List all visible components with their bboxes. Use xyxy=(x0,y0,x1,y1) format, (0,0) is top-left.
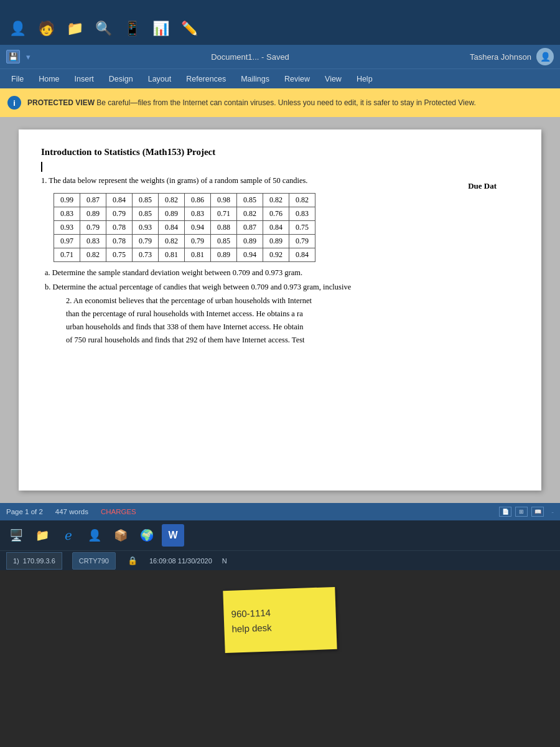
q2-line4: of 750 rural households and finds that 2… xyxy=(41,334,519,346)
taskbar-chrome-icon[interactable]: 🌍 xyxy=(136,524,158,547)
table-cell: 0.87 xyxy=(80,193,106,207)
part-a-text: a. Determine the sample standard deviati… xyxy=(41,267,519,279)
icon-figure2[interactable]: 🧑 xyxy=(34,15,58,42)
document-area: Introduction to Statistics (Math153) Pro… xyxy=(0,117,560,503)
menu-mailings[interactable]: Mailings xyxy=(235,72,276,86)
table-cell: 0.83 xyxy=(54,207,80,220)
text-cursor xyxy=(41,162,42,172)
grid-view-icon[interactable]: ⊞ xyxy=(515,507,528,517)
protected-view-bar: i PROTECTED VIEW Be careful—files from t… xyxy=(0,88,560,117)
due-date-label: Due Dat xyxy=(468,181,497,191)
status-bar: Page 1 of 2 447 words CHARGES 📄 ⊞ 📖 - xyxy=(0,503,560,520)
table-cell: 0.89 xyxy=(263,234,289,248)
title-bar-left: 💾 ▾ xyxy=(6,50,30,63)
lock-icon: 🔒 xyxy=(126,554,139,568)
table-cell: 0.79 xyxy=(80,220,106,234)
taskbar-user-icon[interactable]: 👤 xyxy=(83,524,106,547)
menu-home[interactable]: Home xyxy=(32,72,65,86)
icon-chart[interactable]: 📊 xyxy=(148,15,173,42)
title-bar-right: Tashera Johnson 👤 xyxy=(470,48,554,65)
menu-review[interactable]: Review xyxy=(278,72,316,86)
word-count: 447 words xyxy=(55,508,88,515)
status-right: 📄 ⊞ 📖 - xyxy=(499,507,554,517)
table-cell: 0.75 xyxy=(289,220,315,234)
menu-layout[interactable]: Layout xyxy=(142,72,178,86)
table-cell: 0.75 xyxy=(106,248,133,261)
menu-references[interactable]: References xyxy=(180,72,232,86)
icon-folder[interactable]: 📁 xyxy=(62,15,87,42)
table-cell: 0.79 xyxy=(289,234,315,248)
top-icon-row: 👤 🧑 📁 🔍 📱 📊 ✏️ xyxy=(0,0,560,45)
menu-bar: File Home Insert Design Layout Reference… xyxy=(0,68,560,88)
icon-search[interactable]: 🔍 xyxy=(91,15,116,42)
table-cell: 0.86 xyxy=(185,193,211,207)
table-cell: 0.79 xyxy=(133,234,159,248)
table-cell: 0.82 xyxy=(263,193,289,207)
charges-label: CHARGES xyxy=(101,508,136,515)
table-cell: 0.89 xyxy=(80,207,106,220)
doc-main-title: Introduction to Statistics (Math153) Pro… xyxy=(41,147,519,157)
taskbar-box-icon[interactable]: 📦 xyxy=(110,524,132,547)
icon-device[interactable]: 📱 xyxy=(119,15,144,42)
table-cell: 0.82 xyxy=(237,207,263,220)
table-cell: 0.78 xyxy=(106,234,133,248)
coord-text: 1) xyxy=(13,557,19,565)
icon-pencil[interactable]: ✏️ xyxy=(177,15,202,42)
menu-view[interactable]: View xyxy=(319,72,348,86)
candy-weight-table: 0.990.870.840.850.820.860.980.850.820.82… xyxy=(54,193,315,262)
zoom-dash: - xyxy=(551,508,554,515)
coord-display: 1) 170.99.3.6 xyxy=(6,552,62,570)
cursor-area xyxy=(41,161,519,172)
table-cell: 0.82 xyxy=(159,234,185,248)
menu-help[interactable]: Help xyxy=(350,72,379,86)
taskbar-monitor-icon[interactable]: 🖥️ xyxy=(5,524,27,547)
crty-display: CRTY790 xyxy=(72,552,116,570)
table-cell: 0.88 xyxy=(211,220,237,234)
table-cell: 0.84 xyxy=(159,220,185,234)
table-cell: 0.93 xyxy=(133,220,159,234)
taskbar-time-bar: 1) 170.99.3.6 CRTY790 🔒 16:09:08 11/30/2… xyxy=(0,550,560,570)
table-cell: 0.99 xyxy=(54,193,80,207)
table-cell: 0.71 xyxy=(211,207,237,220)
notification-n: N xyxy=(222,557,227,565)
protected-label: PROTECTED VIEW xyxy=(27,98,95,107)
sticky-area: 960-1114 help desk xyxy=(0,570,560,670)
taskbar-folder-icon[interactable]: 📁 xyxy=(31,524,54,547)
user-avatar[interactable]: 👤 xyxy=(536,48,554,65)
part-b-label: b. Determine the actual percentage of ca… xyxy=(45,283,351,291)
table-cell: 0.71 xyxy=(54,248,80,261)
menu-insert[interactable]: Insert xyxy=(68,72,100,86)
doc-title-text: Document1... - Saved xyxy=(211,52,289,62)
quick-access-divider: ▾ xyxy=(26,52,30,62)
table-cell: 0.82 xyxy=(289,193,315,207)
table-cell: 0.93 xyxy=(54,220,80,234)
username: Tashera Johnson xyxy=(470,52,531,62)
table-cell: 0.84 xyxy=(106,193,133,207)
menu-file[interactable]: File xyxy=(5,72,30,86)
protected-view-text: PROTECTED VIEW Be careful—files from the… xyxy=(27,98,553,107)
table-cell: 0.89 xyxy=(211,248,237,261)
q2-intro: 2. An economist believes that the percen… xyxy=(41,295,519,307)
table-cell: 0.79 xyxy=(185,234,211,248)
part-b-text: b. Determine the actual percentage of ca… xyxy=(41,281,519,293)
q2-line3: urban households and finds that 338 of t… xyxy=(41,321,519,333)
part-a-label: a. Determine the sample standard deviati… xyxy=(45,268,302,277)
save-icon[interactable]: 💾 xyxy=(6,50,20,63)
info-icon: i xyxy=(7,96,21,110)
taskbar-main: 🖥️ 📁 ℯ 👤 📦 🌍 W xyxy=(0,520,560,550)
table-cell: 0.81 xyxy=(159,248,185,261)
doc-view-icon[interactable]: 📄 xyxy=(499,507,511,517)
taskbar-word-icon[interactable]: W xyxy=(162,524,184,547)
table-cell: 0.83 xyxy=(289,207,315,220)
page-info: Page 1 of 2 xyxy=(6,508,43,515)
menu-design[interactable]: Design xyxy=(103,72,139,86)
table-cell: 0.97 xyxy=(54,234,80,248)
icon-person[interactable]: 👤 xyxy=(5,15,30,42)
question-1-text: 1. The data below represent the weights … xyxy=(41,175,519,187)
read-view-icon[interactable]: 📖 xyxy=(531,507,544,517)
table-cell: 0.83 xyxy=(80,234,106,248)
document-page: Introduction to Statistics (Math153) Pro… xyxy=(19,129,541,491)
table-cell: 0.85 xyxy=(237,193,263,207)
taskbar-ie-icon[interactable]: ℯ xyxy=(57,524,80,547)
table-cell: 0.94 xyxy=(185,220,211,234)
